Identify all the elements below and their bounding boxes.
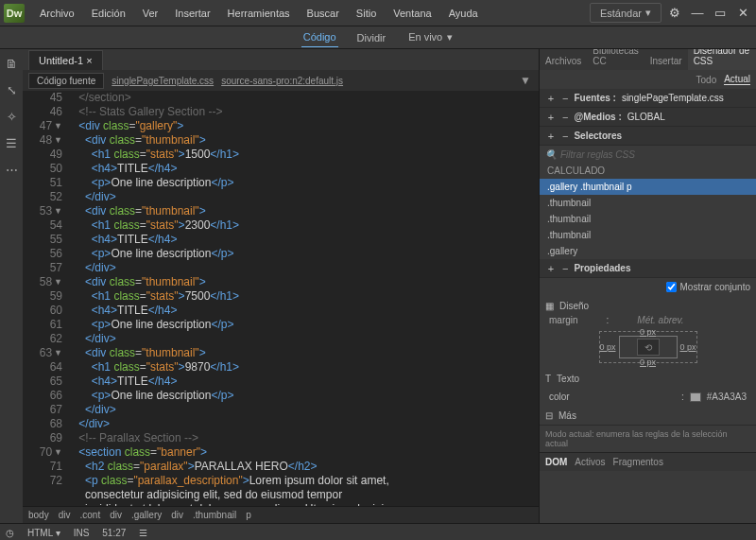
css-rule[interactable]: .thumbnail (540, 211, 756, 227)
remove-property-icon[interactable]: − (562, 263, 568, 274)
breadcrumb-item[interactable]: p (246, 510, 251, 520)
css-rule[interactable]: .gallery .thumbnail p (540, 179, 756, 195)
code-line[interactable]: <section class="banner"> (66, 445, 539, 460)
code-line[interactable]: <h4>TITLE</h4> (66, 375, 539, 389)
menu-insertar[interactable]: Insertar (167, 4, 217, 23)
media-section[interactable]: + − @Medios : GLOBAL (540, 108, 756, 127)
view-split[interactable]: Dividir (355, 28, 388, 47)
code-line[interactable]: </section> (66, 91, 539, 105)
breadcrumb-item[interactable]: body (28, 510, 49, 520)
source-code-tab[interactable]: Código fuente (28, 73, 104, 89)
breadcrumb-item[interactable]: .thumbnail (193, 510, 236, 520)
code-line[interactable]: <div class="thumbnail"> (66, 346, 539, 360)
code-line[interactable]: consectetur adipisicing elit, sed do eiu… (66, 488, 539, 502)
maximize-button[interactable]: ▭ (711, 4, 730, 23)
expand-icon[interactable]: ⤡ (3, 81, 20, 98)
code-line[interactable]: <h1 class="stats">1500</h1> (66, 148, 539, 162)
link-icon[interactable]: ⟲ (637, 339, 660, 356)
bottom-tab[interactable]: DOM (545, 457, 567, 467)
code-line[interactable]: <h1 class="stats">9870</h1> (66, 360, 539, 375)
code-line[interactable]: <div class="gallery"> (66, 119, 539, 133)
panel-tab[interactable]: Archivos (540, 52, 587, 70)
mode-current[interactable]: Actual (724, 74, 750, 85)
menu-ver[interactable]: Ver (135, 4, 166, 23)
panel-tab[interactable]: Diseñador de CSS (688, 49, 756, 70)
code-line[interactable]: <h1 class="stats">2300</h1> (66, 218, 539, 233)
breadcrumb-item[interactable]: div (110, 510, 122, 520)
menu-herramientas[interactable]: Herramientas (220, 4, 298, 23)
status-sync-icon[interactable]: ◷ (6, 528, 14, 538)
code-line[interactable]: <h4>TITLE</h4> (66, 162, 539, 176)
add-property-icon[interactable]: + (545, 263, 557, 274)
code-line[interactable]: <p>One line description</p> (66, 389, 539, 403)
filter-rules-input[interactable]: Filtrar reglas CSS (560, 149, 635, 160)
add-media-icon[interactable]: + (545, 112, 557, 123)
code-line[interactable]: <h4>TITLE</h4> (66, 233, 539, 247)
code-line[interactable]: <h4>TITLE</h4> (66, 304, 539, 318)
color-property-row[interactable]: color : #A3A3A3 (540, 388, 756, 406)
code-line[interactable]: <div class="thumbnail"> (66, 204, 539, 218)
css-rule[interactable]: .gallery (540, 243, 756, 259)
panel-tab[interactable]: Bibliotecas CC (587, 49, 644, 70)
menu-archivo[interactable]: Archivo (32, 4, 82, 23)
css-rule[interactable]: .thumbnail (540, 195, 756, 211)
more-icon[interactable]: ⋯ (3, 161, 20, 178)
remove-selector-icon[interactable]: − (562, 131, 568, 142)
mode-all[interactable]: Todo (696, 75, 717, 85)
status-lang[interactable]: HTML ▾ (27, 528, 60, 538)
menu-ventana[interactable]: Ventana (386, 4, 438, 23)
code-line[interactable]: </div> (66, 190, 539, 204)
sync-settings-icon[interactable]: ⚙ (665, 4, 684, 23)
view-code[interactable]: Código (301, 27, 338, 47)
file-manage-icon[interactable]: 🗎 (3, 55, 20, 72)
bottom-tab[interactable]: Fragmentos (613, 457, 663, 467)
code-line[interactable]: <p class="parallax_description">Lorem ip… (66, 474, 539, 488)
add-source-icon[interactable]: + (545, 93, 557, 104)
css-rule[interactable]: CALCULADO (540, 163, 756, 179)
code-line[interactable]: <div class="thumbnail"> (66, 133, 539, 148)
related-file-2[interactable]: source-sans-pro:n2:default.js (221, 76, 343, 86)
code-line[interactable]: <!-- Stats Gallery Section --> (66, 105, 539, 119)
code-line[interactable]: <p>One line description</p> (66, 318, 539, 332)
css-rule[interactable]: .thumbnail (540, 227, 756, 243)
code-line[interactable]: <!-- Parallax Section --> (66, 431, 539, 445)
close-button[interactable]: ✕ (733, 4, 752, 23)
code-line[interactable]: </div> (66, 417, 539, 431)
minimize-button[interactable]: — (688, 4, 707, 23)
panel-tab[interactable]: Insertar (644, 52, 688, 70)
status-ins[interactable]: INS (74, 528, 90, 538)
menu-buscar[interactable]: Buscar (300, 4, 347, 23)
selectors-section[interactable]: + − Selectores (540, 127, 756, 146)
status-overview-icon[interactable]: ☰ (139, 528, 147, 538)
add-selector-icon[interactable]: + (545, 131, 557, 142)
list-icon[interactable]: ☰ (3, 134, 20, 151)
code-line[interactable]: </div> (66, 332, 539, 346)
wand-icon[interactable]: ✧ (3, 108, 20, 125)
code-line[interactable]: </div> (66, 403, 539, 417)
view-live[interactable]: En vivo ▾ (404, 27, 455, 47)
breadcrumb-item[interactable]: .cont (79, 510, 100, 520)
breadcrumb-item[interactable]: div (59, 510, 71, 520)
code-line[interactable]: <div class="thumbnail"> (66, 275, 539, 289)
filter-icon[interactable]: ▼ (520, 74, 531, 87)
breadcrumb-item[interactable]: div (171, 510, 183, 520)
color-swatch[interactable] (690, 392, 701, 402)
code-line[interactable]: <h1 class="stats">7500</h1> (66, 289, 539, 304)
show-set-checkbox[interactable] (666, 282, 677, 292)
menu-ayuda[interactable]: Ayuda (441, 4, 486, 23)
remove-source-icon[interactable]: − (562, 93, 568, 104)
sources-section[interactable]: + − Fuentes : singlePageTemplate.css (540, 89, 756, 108)
menu-sitio[interactable]: Sitio (349, 4, 384, 23)
code-editor[interactable]: 454647 ▼48 ▼4950515253 ▼5455565758 ▼5960… (23, 91, 539, 506)
remove-media-icon[interactable]: − (562, 112, 568, 123)
code-line[interactable]: </div> (66, 261, 539, 275)
related-file-1[interactable]: singlePageTemplate.css (112, 76, 214, 86)
code-line[interactable]: <p>One line description</p> (66, 176, 539, 190)
box-model[interactable]: 0 px 0 px 0 px 0 px ⟲ (540, 325, 756, 369)
properties-section[interactable]: + − Propiedades (540, 259, 756, 278)
workspace-dropdown[interactable]: Estándar▾ (590, 3, 662, 23)
menu-edición[interactable]: Edición (84, 4, 133, 23)
bottom-tab[interactable]: Activos (575, 457, 605, 467)
code-line[interactable]: <h2 class="parallax">PARALLAX HERO</h2> (66, 460, 539, 474)
file-tab-untitled[interactable]: Untitled-1 × (28, 50, 103, 70)
